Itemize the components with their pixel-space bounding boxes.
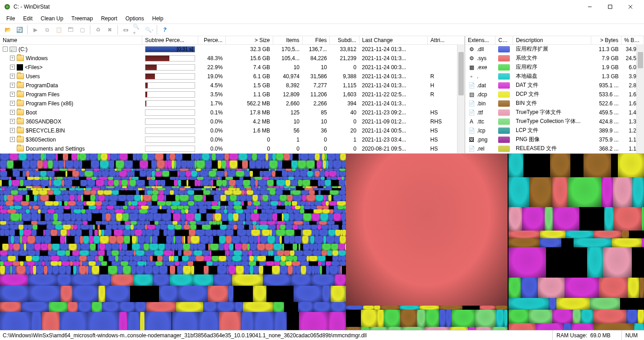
- treemap-block[interactable]: [150, 206, 159, 209]
- treemap-block[interactable]: [552, 310, 573, 323]
- treemap-block[interactable]: [155, 154, 163, 161]
- treemap-block[interactable]: [36, 250, 40, 256]
- treemap-block[interactable]: [632, 177, 644, 207]
- expander-icon[interactable]: +: [10, 83, 15, 88]
- treemap-block[interactable]: [216, 154, 224, 161]
- treemap-block[interactable]: [114, 206, 120, 209]
- treemap-block[interactable]: [292, 206, 295, 209]
- treemap-block[interactable]: [340, 154, 346, 161]
- treemap-block[interactable]: [147, 190, 151, 195]
- menu-file[interactable]: File: [3, 14, 19, 23]
- treemap-block[interactable]: [160, 180, 165, 186]
- treemap-block[interactable]: [132, 244, 140, 250]
- treemap-block[interactable]: [155, 177, 162, 180]
- treemap-block[interactable]: [31, 230, 37, 236]
- treemap-block[interactable]: [312, 177, 315, 180]
- treemap-block[interactable]: [227, 261, 236, 266]
- expander-icon[interactable]: +: [10, 137, 15, 142]
- treemap-block[interactable]: [243, 177, 250, 180]
- treemap-block[interactable]: [131, 201, 138, 206]
- treemap-block[interactable]: [287, 209, 293, 213]
- treemap-block[interactable]: [227, 225, 231, 230]
- treemap-block[interactable]: [342, 225, 346, 230]
- treemap-block[interactable]: [201, 213, 206, 221]
- treemap-block[interactable]: [48, 250, 56, 256]
- treemap-block[interactable]: [179, 230, 182, 236]
- treemap-block[interactable]: [275, 171, 282, 177]
- treemap-block[interactable]: [335, 274, 346, 286]
- treemap-block[interactable]: [274, 209, 282, 213]
- treemap-block[interactable]: [509, 310, 529, 323]
- treemap-block[interactable]: [177, 244, 183, 250]
- treemap-block[interactable]: [167, 206, 171, 209]
- treemap-block[interactable]: [247, 206, 256, 209]
- ext-row[interactable]: ⚙.sys系统文件7.9 GB24.5%: [465, 54, 644, 63]
- treemap-block[interactable]: [26, 244, 34, 250]
- treemap-block[interactable]: [620, 298, 644, 310]
- treemap-block[interactable]: [280, 195, 287, 201]
- treemap-block[interactable]: [80, 225, 89, 230]
- treemap-block[interactable]: [53, 201, 59, 206]
- ext-col-bytes[interactable]: > Bytes: [591, 36, 621, 45]
- treemap-block[interactable]: [322, 201, 326, 206]
- treemap-block[interactable]: [271, 195, 280, 201]
- treemap-block[interactable]: [338, 244, 345, 250]
- expander-icon[interactable]: +: [10, 65, 15, 70]
- treemap-block[interactable]: [163, 261, 166, 266]
- treemap-block[interactable]: [229, 221, 237, 225]
- treemap-block[interactable]: [207, 206, 211, 209]
- treemap-block[interactable]: [99, 266, 108, 274]
- treemap-block[interactable]: [158, 195, 164, 201]
- treemap-block[interactable]: [312, 266, 315, 274]
- treemap-block[interactable]: [39, 206, 42, 209]
- treemap-block[interactable]: [203, 195, 206, 201]
- treemap-block[interactable]: [225, 177, 233, 180]
- treemap-block[interactable]: [284, 213, 289, 221]
- dir-row[interactable]: +Windows48.3%15.6 GB105,4...84,22621,239…: [0, 54, 465, 63]
- treemap-block[interactable]: [55, 195, 63, 201]
- treemap-block[interactable]: [115, 256, 119, 261]
- treemap-block[interactable]: [30, 161, 37, 168]
- treemap-block[interactable]: [163, 230, 167, 236]
- treemap-block[interactable]: [171, 206, 177, 209]
- treemap-block[interactable]: [100, 225, 106, 230]
- treemap-block[interactable]: [333, 209, 342, 213]
- treemap-block[interactable]: [272, 213, 277, 221]
- treemap-block[interactable]: [571, 323, 594, 330]
- treemap-block[interactable]: [4, 261, 12, 266]
- treemap-block[interactable]: [27, 154, 33, 161]
- treemap-block[interactable]: [5, 230, 9, 236]
- treemap-block[interactable]: [294, 171, 300, 177]
- treemap-block[interactable]: [251, 177, 254, 180]
- treemap-block[interactable]: [181, 209, 185, 213]
- treemap-block[interactable]: [326, 236, 335, 244]
- treemap-block[interactable]: [322, 209, 330, 213]
- treemap-block[interactable]: [77, 225, 80, 230]
- treemap-block[interactable]: [157, 256, 163, 261]
- treemap-block[interactable]: [127, 206, 130, 209]
- ext-row[interactable]: 📄.datDAT 文件935.1 ...2.8%: [465, 81, 644, 90]
- treemap-block[interactable]: [49, 206, 58, 209]
- treemap-block[interactable]: [203, 302, 217, 312]
- treemap-block[interactable]: [70, 206, 78, 209]
- treemap-block[interactable]: [268, 154, 272, 161]
- treemap-block[interactable]: [213, 274, 232, 286]
- treemap-block[interactable]: [269, 177, 274, 180]
- treemap-block[interactable]: [284, 244, 292, 250]
- treemap-block[interactable]: [179, 171, 186, 177]
- treemap-block[interactable]: [311, 206, 317, 209]
- treemap-block[interactable]: [294, 213, 303, 221]
- treemap-block[interactable]: [277, 206, 283, 209]
- treemap-block[interactable]: [117, 225, 125, 230]
- treemap-block[interactable]: [33, 225, 37, 230]
- treemap-block[interactable]: [204, 256, 212, 261]
- treemap-block[interactable]: [248, 250, 252, 256]
- treemap-block[interactable]: [326, 195, 328, 201]
- treemap-block[interactable]: [29, 171, 34, 177]
- treemap-block[interactable]: [118, 256, 122, 261]
- treemap-block[interactable]: [292, 261, 300, 266]
- treemap-block[interactable]: [224, 261, 227, 266]
- treemap-block[interactable]: [40, 171, 47, 177]
- treemap-block[interactable]: [23, 180, 32, 186]
- treemap-block[interactable]: [110, 154, 118, 161]
